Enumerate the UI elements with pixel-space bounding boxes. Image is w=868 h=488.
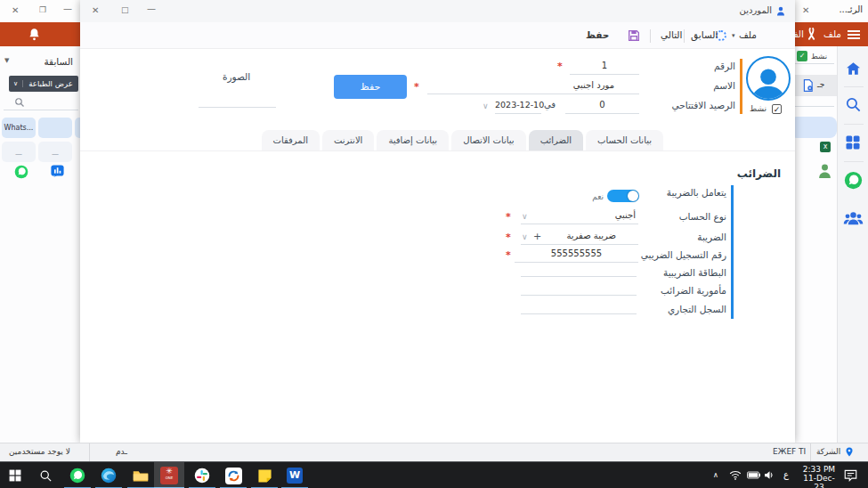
chevron-down-icon: ▼ bbox=[4, 57, 9, 64]
speaker-icon[interactable] bbox=[764, 470, 775, 480]
whatsapp-icon[interactable] bbox=[14, 165, 28, 179]
app-tile[interactable]: — bbox=[2, 142, 36, 162]
previous-button[interactable]: السابق bbox=[691, 29, 718, 40]
awareness-ribbon-icon[interactable] bbox=[806, 28, 817, 41]
commercial-reg-input[interactable] bbox=[521, 313, 637, 314]
main-close-icon[interactable]: ✕ bbox=[12, 5, 19, 15]
app-tile[interactable]: — bbox=[38, 142, 72, 162]
image-input[interactable] bbox=[199, 107, 276, 108]
chevron-down-icon[interactable]: ∨ bbox=[522, 232, 528, 241]
battery-icon[interactable] bbox=[747, 471, 760, 479]
dialog-maximize-icon[interactable]: □ bbox=[121, 5, 129, 14]
clock[interactable]: 2:33 PM 11-Dec-23 bbox=[799, 465, 839, 488]
tab-account-data[interactable]: بيانات الحساب bbox=[586, 130, 663, 150]
main-window-title: الرئـ... bbox=[839, 4, 863, 14]
name-input[interactable]: مورد اجنبي bbox=[427, 80, 639, 94]
tax-accent-line bbox=[731, 185, 734, 319]
dialog-close-icon[interactable]: ✕ bbox=[92, 5, 99, 15]
tax-reg-no-label: رقم التسجيل الضريبي bbox=[641, 249, 726, 260]
new-document-icon bbox=[802, 79, 814, 92]
tab-attachments[interactable]: المرفقات bbox=[262, 130, 320, 150]
number-input[interactable]: 1 bbox=[570, 61, 639, 75]
file-menu-button[interactable]: ملف bbox=[739, 29, 757, 40]
taskbar: ✳ ONE W ∧ bbox=[0, 461, 868, 488]
tab-taxes[interactable]: الضرائب bbox=[529, 130, 583, 150]
taskbar-explorer-icon[interactable] bbox=[126, 462, 156, 488]
apps-grid-icon[interactable] bbox=[845, 134, 861, 150]
save-button[interactable]: حفظ bbox=[334, 75, 407, 99]
taskbar-slack-icon[interactable] bbox=[187, 462, 217, 488]
supplier-dialog: ✕ □ — الموردين ملف ▾ السابق التالي حفظ ا… bbox=[80, 0, 795, 443]
search-input[interactable] bbox=[4, 110, 78, 110]
add-tax-icon[interactable]: + bbox=[533, 231, 541, 242]
selected-list-row[interactable] bbox=[790, 117, 837, 138]
taskbar-edge-icon[interactable] bbox=[93, 462, 124, 488]
deals-with-tax-toggle[interactable] bbox=[607, 190, 639, 202]
required-asterisk: * bbox=[506, 249, 511, 261]
active-checkbox[interactable]: ✓ bbox=[772, 104, 782, 114]
supplier-icon bbox=[775, 5, 786, 17]
ribbon-file-menu[interactable]: ملف bbox=[823, 28, 841, 39]
chevron-down-icon: ∨ bbox=[9, 80, 23, 87]
tax-office-input[interactable] bbox=[521, 295, 637, 296]
name-label: الاسم bbox=[713, 80, 735, 91]
taskbar-whatsapp-icon[interactable] bbox=[62, 462, 93, 488]
whatsapp-tile[interactable]: Whats... bbox=[2, 118, 36, 138]
taskbar-sync-app-icon[interactable] bbox=[218, 462, 248, 488]
keyboard-language-indicator[interactable]: ع bbox=[783, 469, 789, 479]
tax-card-input[interactable] bbox=[521, 276, 637, 277]
main-restore-icon[interactable]: ❐ bbox=[39, 5, 46, 14]
users-group-icon[interactable] bbox=[843, 208, 864, 228]
main-minimize-icon[interactable]: — bbox=[63, 4, 72, 13]
dialog-title: الموردين bbox=[740, 5, 772, 15]
balance-input[interactable]: 0 bbox=[565, 100, 639, 114]
company-label[interactable]: الشركة bbox=[816, 447, 840, 456]
search-icon[interactable] bbox=[14, 97, 25, 108]
list-search-input[interactable] bbox=[795, 106, 834, 107]
deals-with-tax-label: يتعامل بالضريبة bbox=[667, 187, 726, 198]
taskbar-word-icon[interactable]: W bbox=[280, 462, 310, 488]
tab-extra-data[interactable]: بيانات إضافية bbox=[377, 130, 449, 150]
date-input[interactable]: 2023-12-10 bbox=[495, 100, 541, 114]
main-close-right-icon[interactable]: ✕ bbox=[802, 5, 809, 15]
print-preview-button[interactable]: ∨ عرض الطباعة bbox=[9, 76, 78, 92]
tax-reg-no-input[interactable]: 555555555 bbox=[515, 248, 638, 263]
taskbar-one-app-icon[interactable]: ✳ ONE bbox=[154, 462, 184, 488]
active-checkbox[interactable]: ✓ bbox=[797, 51, 807, 61]
previous-dropdown[interactable]: السابقة bbox=[44, 56, 73, 67]
account-type-select[interactable]: أجنبي bbox=[521, 210, 638, 224]
chat-stats-icon[interactable] bbox=[50, 164, 65, 179]
tab-contact-data[interactable]: بيانات الاتصال bbox=[451, 130, 526, 150]
excel-export-icon[interactable]: x bbox=[820, 142, 831, 152]
taskbar-search-icon[interactable] bbox=[30, 462, 61, 488]
person-icon[interactable] bbox=[816, 162, 833, 180]
background-left-panel: السابقة ▼ ∨ عرض الطباعة Whats... — — bbox=[0, 46, 80, 443]
required-asterisk: * bbox=[414, 81, 419, 93]
save-toolbar-button[interactable]: حفظ bbox=[586, 29, 609, 40]
whatsapp-icon[interactable] bbox=[844, 171, 863, 190]
chevron-down-icon[interactable]: ∨ bbox=[483, 102, 489, 110]
tray-date: 11-Dec-23 bbox=[799, 474, 839, 488]
save-icon[interactable] bbox=[627, 28, 641, 43]
search-icon[interactable] bbox=[845, 96, 862, 113]
hamburger-icon[interactable] bbox=[848, 28, 860, 41]
home-icon[interactable] bbox=[845, 61, 862, 77]
toggle-state-label: نعم bbox=[584, 192, 604, 201]
wifi-icon[interactable] bbox=[729, 470, 742, 480]
tray-expand-icon[interactable]: ∧ bbox=[713, 471, 718, 479]
dialog-toolbar: ملف ▾ السابق التالي حفظ bbox=[80, 22, 795, 49]
app-tile[interactable] bbox=[38, 118, 72, 138]
new-record-row[interactable]: جـ bbox=[795, 75, 837, 96]
tab-internet[interactable]: الانترنت bbox=[322, 130, 374, 150]
chevron-down-icon[interactable]: ∨ bbox=[522, 212, 528, 221]
dialog-minimize-icon[interactable]: — bbox=[147, 4, 156, 13]
action-center-icon[interactable] bbox=[844, 469, 857, 482]
taskbar-stickynotes-icon[interactable] bbox=[249, 462, 280, 488]
balance-label: الرصيد الافتتاحي bbox=[671, 100, 735, 110]
account-type-label: نوع الحساب bbox=[679, 211, 726, 222]
right-sidebar bbox=[837, 46, 868, 443]
start-button[interactable] bbox=[0, 462, 30, 488]
bell-icon[interactable] bbox=[27, 27, 42, 42]
next-button[interactable]: التالي bbox=[661, 29, 682, 40]
avatar[interactable] bbox=[746, 56, 791, 101]
